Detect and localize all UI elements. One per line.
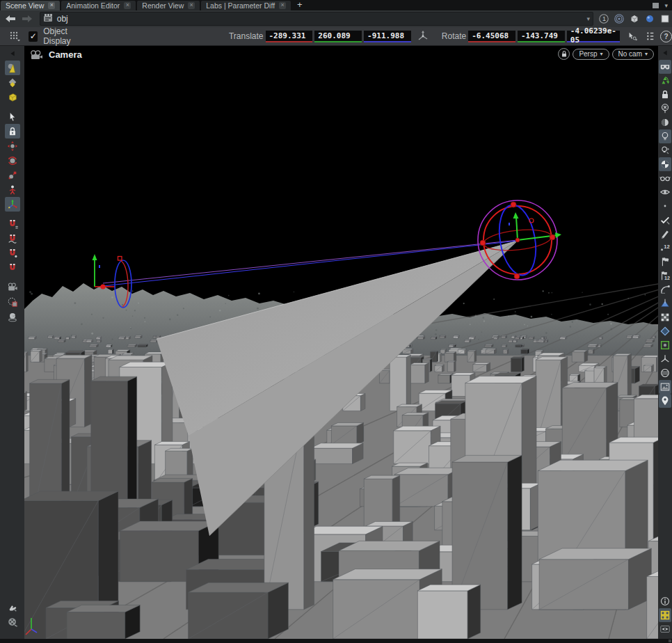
material-sphere-icon[interactable] xyxy=(643,13,657,26)
pin-view-icon[interactable] xyxy=(659,102,671,116)
secure-selection-icon[interactable] xyxy=(625,30,639,43)
rotate-y-field[interactable]: -143.749 xyxy=(518,31,565,42)
view-camera-icon[interactable] xyxy=(5,280,20,294)
network-path-text: obj xyxy=(57,14,68,24)
prim-normals-icon[interactable] xyxy=(659,296,671,310)
pathbar-icons: 1 xyxy=(598,13,672,26)
tab-label: Animation Editor xyxy=(66,1,120,10)
translate-x-field[interactable]: -289.331 xyxy=(266,31,313,42)
stereo-view-icon[interactable] xyxy=(659,171,671,185)
tab-close-icon[interactable]: × xyxy=(188,2,195,9)
forward-button[interactable] xyxy=(20,13,33,25)
handle-parms-icon[interactable] xyxy=(643,30,656,43)
no-cam-button[interactable]: No cam▾ xyxy=(612,49,654,60)
shading-mode-icon[interactable] xyxy=(659,116,671,129)
rotate-z-field[interactable]: -4.06239e-05 xyxy=(567,31,620,42)
camera-icon xyxy=(30,50,43,60)
select-geometry-icon[interactable] xyxy=(5,90,20,104)
back-button[interactable] xyxy=(3,13,17,25)
select-tool-icon[interactable] xyxy=(5,75,20,90)
snap-point-icon[interactable] xyxy=(5,246,20,260)
object-display-checkbox[interactable]: ✓ xyxy=(29,31,38,42)
background-image-icon[interactable] xyxy=(659,380,671,394)
pose-tool-icon[interactable] xyxy=(5,182,20,197)
snap-curve-icon[interactable] xyxy=(5,231,20,246)
lock-handle-icon[interactable] xyxy=(5,124,20,138)
display-points-icon[interactable] xyxy=(659,324,671,338)
viewport-canvas[interactable]: Camera Persp▾ No cam▾ xyxy=(24,46,658,639)
pane-menu-caret-icon[interactable]: ▾ xyxy=(664,2,668,9)
viewport-header: Camera xyxy=(30,49,82,60)
rotate-label: Rotate xyxy=(442,31,466,41)
grab-tool-icon[interactable] xyxy=(5,600,20,614)
viewport-layout-icon[interactable] xyxy=(659,608,671,622)
render-region-icon[interactable] xyxy=(5,309,20,324)
tab-close-icon[interactable]: × xyxy=(279,2,286,9)
window-controls: ▾ xyxy=(653,0,672,10)
pane-tab-bar: Scene View×Animation Editor×Render View×… xyxy=(0,0,672,10)
path-dropdown-caret-icon[interactable]: ▾ xyxy=(586,15,590,22)
move-light-icon[interactable] xyxy=(659,143,671,157)
tab-label: Labs | Parameter Diff xyxy=(206,1,275,10)
display-toolbar: ✓ Object Display Translate -289.331 260.… xyxy=(0,27,672,46)
point-normals-icon[interactable] xyxy=(659,227,671,241)
pointer-tool-icon[interactable] xyxy=(5,109,20,124)
prim-numbers-icon[interactable]: 12 xyxy=(659,269,671,283)
rotate-tool-icon[interactable] xyxy=(5,153,20,168)
persp-view-button[interactable]: Persp▾ xyxy=(573,49,609,60)
translate-tool-icon[interactable] xyxy=(5,138,20,153)
maximize-pane-icon[interactable] xyxy=(653,3,659,8)
snapshot-1-icon[interactable]: 1 xyxy=(598,13,611,26)
scene-3d-view[interactable] xyxy=(24,46,658,639)
lock-camera-icon[interactable] xyxy=(659,88,671,102)
flipbook-icon[interactable] xyxy=(5,614,20,629)
tab-close-icon[interactable]: × xyxy=(124,2,131,9)
points-display-icon[interactable] xyxy=(659,199,671,213)
svg-text:12: 12 xyxy=(664,276,670,281)
collapse-pane-icon[interactable] xyxy=(5,46,20,61)
snap-multi-icon[interactable] xyxy=(5,260,20,275)
template-display-icon[interactable] xyxy=(659,310,671,324)
view-mask-icon[interactable] xyxy=(659,366,671,380)
curve-hulls-icon[interactable] xyxy=(659,283,671,296)
tab-close-icon[interactable]: × xyxy=(48,2,55,9)
display-options-icon[interactable] xyxy=(659,60,671,74)
toolbar-grid-handle-icon[interactable] xyxy=(8,29,20,43)
info-icon[interactable] xyxy=(659,594,671,608)
prim-markers-icon[interactable] xyxy=(659,255,671,269)
transform-handle-icon[interactable] xyxy=(5,197,20,212)
scale-tool-icon[interactable] xyxy=(5,168,20,182)
collapse-pane-icon[interactable] xyxy=(659,46,671,60)
translate-label: Translate xyxy=(229,31,264,41)
radial-menu-icon[interactable] xyxy=(613,13,626,26)
tab-scene-view[interactable]: Scene View× xyxy=(1,1,60,10)
translate-z-field[interactable]: -911.988 xyxy=(364,31,411,42)
bottom-edge-bar xyxy=(0,639,672,643)
geometry-cube-icon[interactable] xyxy=(628,13,641,26)
layout-pane-icon[interactable] xyxy=(659,13,672,26)
new-tab-button[interactable]: + xyxy=(291,0,308,10)
geo-location-icon[interactable] xyxy=(659,394,671,408)
tab-render-view[interactable]: Render View× xyxy=(137,1,200,10)
view-tool-icon[interactable] xyxy=(5,61,20,75)
help-button[interactable]: ? xyxy=(660,31,672,42)
auto-update-icon[interactable] xyxy=(659,74,671,88)
point-numbers-icon[interactable]: 12 xyxy=(659,241,671,255)
tab-labs-parameter-diff[interactable]: Labs | Parameter Diff× xyxy=(201,1,291,10)
point-markers-icon[interactable] xyxy=(659,213,671,227)
tab-animation-editor[interactable]: Animation Editor× xyxy=(61,1,136,10)
network-path-field[interactable]: obj ▾ xyxy=(40,12,593,26)
camera-label: Camera xyxy=(49,49,82,60)
translate-y-field[interactable]: 260.089 xyxy=(314,31,362,42)
group-list-icon[interactable] xyxy=(659,338,671,352)
smooth-shaded-icon[interactable] xyxy=(659,157,671,171)
lighting-mode-icon[interactable] xyxy=(659,129,671,143)
origin-axes-icon[interactable] xyxy=(659,352,671,366)
right-tool-strip: 1212 xyxy=(658,46,672,639)
rotate-x-field[interactable]: -6.45068 xyxy=(468,31,515,42)
view-lock-icon[interactable] xyxy=(558,48,570,60)
snap-grid-icon[interactable] xyxy=(5,216,20,231)
show-handles-icon[interactable] xyxy=(659,185,671,199)
selection-style-icon[interactable] xyxy=(5,294,20,309)
visibility-icon[interactable] xyxy=(659,622,671,636)
